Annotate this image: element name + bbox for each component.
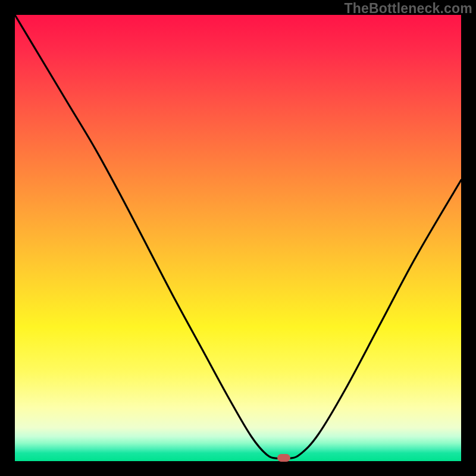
plot-area [15, 15, 461, 461]
watermark-text: TheBottleneck.com [344, 1, 472, 17]
bottleneck-marker [277, 454, 290, 462]
chart-frame: TheBottleneck.com [0, 0, 476, 476]
bottleneck-curve [15, 15, 461, 461]
